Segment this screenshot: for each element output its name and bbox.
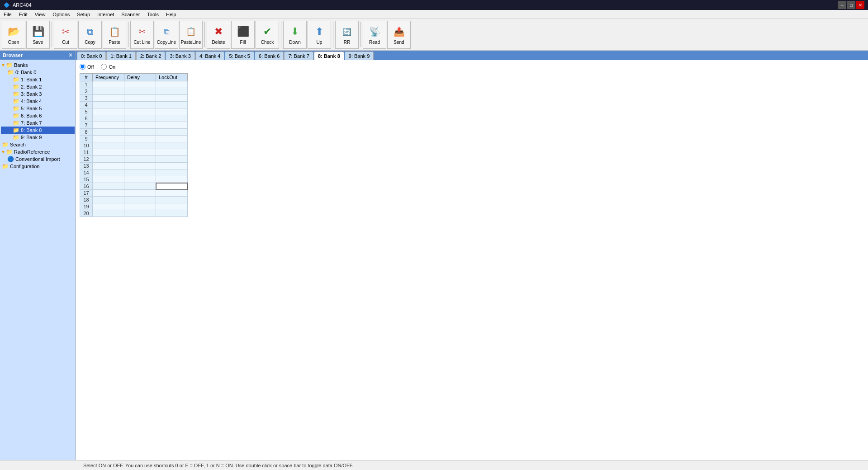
cell-9-frequency[interactable]: [93, 136, 124, 142]
cut-button[interactable]: ✂ Cut: [54, 21, 77, 49]
table-row[interactable]: 18: [80, 197, 188, 203]
cell-5-lockout[interactable]: [156, 108, 188, 115]
cell-11-frequency[interactable]: [93, 149, 124, 156]
cell-12-frequency[interactable]: [93, 156, 124, 163]
copy-button[interactable]: ⧉ Copy: [78, 21, 102, 49]
tree-item-banks[interactable]: ▾ 📁 Banks: [1, 61, 75, 69]
cell-2-lockout[interactable]: [156, 88, 188, 95]
cell-15-lockout[interactable]: [156, 176, 188, 183]
radio-off-label[interactable]: Off: [80, 64, 94, 70]
tree-item-radioreference[interactable]: ▾ 📁 RadioReference: [1, 148, 75, 155]
menu-internet[interactable]: Internet: [94, 11, 118, 18]
table-row[interactable]: 20: [80, 210, 188, 217]
paste-button[interactable]: 📋 Paste: [103, 21, 126, 49]
tab-bank9[interactable]: 9: Bank 9: [345, 52, 374, 60]
tab-bank8[interactable]: 8: Bank 8: [314, 52, 344, 60]
table-row[interactable]: 10: [80, 142, 188, 149]
tree-item-bank7[interactable]: 📁 7: Bank 7: [1, 119, 75, 127]
table-row[interactable]: 2: [80, 88, 188, 95]
cell-7-delay[interactable]: [124, 122, 156, 129]
cell-16-frequency[interactable]: [93, 183, 124, 190]
cell-18-lockout[interactable]: [156, 197, 188, 203]
cell-3-frequency[interactable]: [93, 95, 124, 102]
menu-help[interactable]: Help: [162, 11, 180, 18]
up-button[interactable]: ⬆ Up: [308, 21, 331, 49]
tree-item-bank1[interactable]: 📁 1: Bank 1: [1, 76, 75, 83]
tab-bank6[interactable]: 6: Bank 6: [255, 52, 284, 60]
cell-7-lockout[interactable]: [156, 122, 188, 129]
cell-1-delay[interactable]: [124, 81, 156, 88]
cell-13-lockout[interactable]: [156, 163, 188, 169]
cell-14-lockout[interactable]: [156, 169, 188, 176]
table-row[interactable]: 17: [80, 190, 188, 197]
cell-8-delay[interactable]: [124, 129, 156, 136]
table-row[interactable]: 12: [80, 156, 188, 163]
table-row[interactable]: 4: [80, 102, 188, 108]
cell-16-lockout[interactable]: [156, 183, 188, 190]
read-button[interactable]: 📡 Read: [363, 21, 386, 49]
table-row[interactable]: 9: [80, 136, 188, 142]
table-row[interactable]: 1: [80, 81, 188, 88]
table-row[interactable]: 11: [80, 149, 188, 156]
table-row[interactable]: 8: [80, 129, 188, 136]
cell-10-frequency[interactable]: [93, 142, 124, 149]
cell-18-frequency[interactable]: [93, 197, 124, 203]
check-button[interactable]: ✔ Check: [256, 21, 279, 49]
table-row[interactable]: 7: [80, 122, 188, 129]
cell-19-lockout[interactable]: [156, 203, 188, 210]
cell-20-delay[interactable]: [124, 210, 156, 217]
tab-bank5[interactable]: 5: Bank 5: [225, 52, 254, 60]
cell-3-lockout[interactable]: [156, 95, 188, 102]
cell-3-delay[interactable]: [124, 95, 156, 102]
save-button[interactable]: 💾 Save: [26, 21, 50, 49]
tab-bank7[interactable]: 7: Bank 7: [284, 52, 313, 60]
menu-file[interactable]: File: [0, 11, 15, 18]
cell-7-frequency[interactable]: [93, 122, 124, 129]
table-row[interactable]: 3: [80, 95, 188, 102]
tree-item-bank6[interactable]: 📁 6: Bank 6: [1, 112, 75, 119]
cell-8-lockout[interactable]: [156, 129, 188, 136]
cutline-button[interactable]: ✂ Cut Line: [130, 21, 154, 49]
close-button[interactable]: ✕: [856, 1, 864, 9]
cell-2-delay[interactable]: [124, 88, 156, 95]
cell-5-frequency[interactable]: [93, 108, 124, 115]
radio-off[interactable]: [80, 64, 85, 70]
menu-view[interactable]: View: [31, 11, 49, 18]
tree-item-bank3[interactable]: 📁 3: Bank 3: [1, 90, 75, 98]
table-row[interactable]: 6: [80, 115, 188, 122]
cell-15-frequency[interactable]: [93, 176, 124, 183]
tree-item-configuration[interactable]: 📁 Configuration: [1, 163, 75, 170]
tree-item-bank9[interactable]: 📁 9: Bank 9: [1, 134, 75, 141]
cell-19-delay[interactable]: [124, 203, 156, 210]
menu-scanner[interactable]: Scanner: [118, 11, 143, 18]
cell-11-lockout[interactable]: [156, 149, 188, 156]
cell-13-frequency[interactable]: [93, 163, 124, 169]
table-row[interactable]: 15: [80, 176, 188, 183]
cell-17-frequency[interactable]: [93, 190, 124, 197]
delete-button[interactable]: ✖ Delete: [207, 21, 230, 49]
tab-bank3[interactable]: 3: Bank 3: [166, 52, 194, 60]
cell-20-frequency[interactable]: [93, 210, 124, 217]
fill-button[interactable]: ⬛ Fill: [231, 21, 255, 49]
down-button[interactable]: ⬇ Down: [283, 21, 307, 49]
tree-item-bank2[interactable]: 📁 2: Bank 2: [1, 83, 75, 90]
cell-5-delay[interactable]: [124, 108, 156, 115]
tree-item-bank5[interactable]: 📁 5: Bank 5: [1, 105, 75, 112]
tab-bank0[interactable]: 0: Bank 0: [77, 52, 106, 60]
cell-9-lockout[interactable]: [156, 136, 188, 142]
menu-edit[interactable]: Edit: [15, 11, 31, 18]
tab-bank4[interactable]: 4: Bank 4: [195, 52, 224, 60]
table-row[interactable]: 19: [80, 203, 188, 210]
cell-1-frequency[interactable]: [93, 81, 124, 88]
cell-17-delay[interactable]: [124, 190, 156, 197]
tree-item-conventional-import[interactable]: 🔵 Conventional Import: [1, 155, 75, 163]
tree-item-bank4[interactable]: 📁 4: Bank 4: [1, 98, 75, 105]
pasteline-button[interactable]: 📋 PasteLine: [179, 21, 203, 49]
cell-4-lockout[interactable]: [156, 102, 188, 108]
cell-8-frequency[interactable]: [93, 129, 124, 136]
tab-bank1[interactable]: 1: Bank 1: [106, 52, 135, 60]
cell-14-delay[interactable]: [124, 169, 156, 176]
tab-bank2[interactable]: 2: Bank 2: [136, 52, 165, 60]
radio-on-label[interactable]: On: [101, 64, 115, 70]
menu-tools[interactable]: Tools: [143, 11, 162, 18]
